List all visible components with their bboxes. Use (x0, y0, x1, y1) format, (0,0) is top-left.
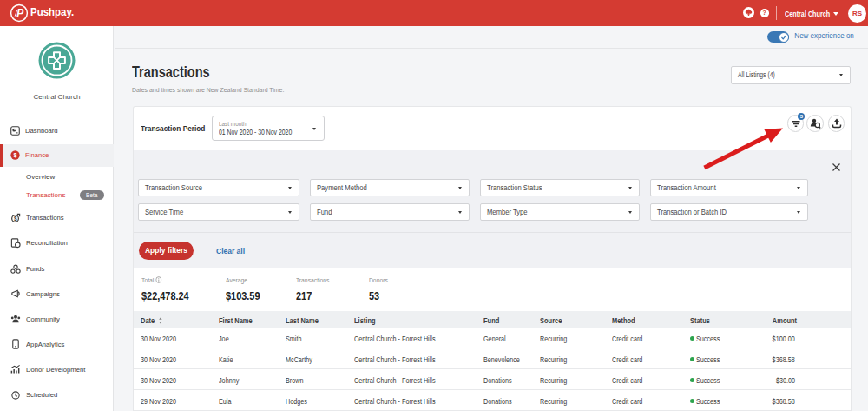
svg-text:$: $ (14, 215, 17, 222)
svg-text:P: P (16, 7, 24, 19)
svg-text:$: $ (13, 151, 16, 159)
